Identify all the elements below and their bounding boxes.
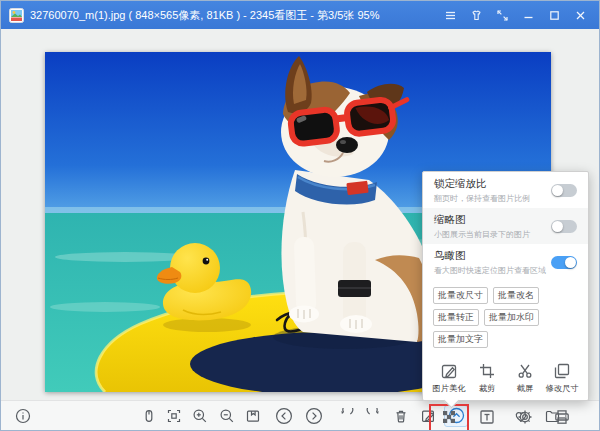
skin-icon[interactable]	[465, 5, 487, 25]
print-icon	[553, 408, 571, 426]
lock-zoom-desc: 翻页时，保持查看图片比例	[434, 193, 530, 204]
next-image-button[interactable]	[304, 406, 324, 426]
batch-addtext-button[interactable]: 批量加文字	[433, 331, 488, 348]
zoom-out-icon[interactable]	[217, 406, 237, 426]
thumbnail-toggle[interactable]	[551, 220, 577, 233]
rotate-left-icon[interactable]	[336, 406, 356, 426]
tool-label: 图片美化	[432, 383, 465, 395]
tool-beautify[interactable]: 图片美化	[431, 360, 467, 397]
resize-icon	[553, 362, 571, 380]
hand-tool-icon[interactable]	[139, 406, 159, 426]
beautify-icon	[440, 362, 458, 380]
fit-window-icon[interactable]	[164, 406, 184, 426]
info-icon[interactable]	[13, 406, 33, 426]
toggle-row-birdseye: 鸟瞰图 看大图时快速定位图片查看区域	[423, 244, 588, 280]
mosaic-icon	[440, 408, 458, 426]
tool-grid: 图片美化 裁剪 截屏 修改尺寸 马赛克 添加文字	[423, 352, 588, 431]
birdseye-label: 鸟瞰图	[434, 249, 546, 263]
maximize-button[interactable]	[543, 5, 565, 25]
minimize-button[interactable]	[517, 5, 539, 25]
tool-label: 修改尺寸	[545, 383, 578, 395]
birdseye-toggle[interactable]	[551, 256, 577, 269]
rotate-right-icon[interactable]	[364, 406, 384, 426]
app-window: 32760070_m(1).jpg ( 848×565像素, 81KB ) - …	[0, 0, 600, 431]
toggle-row-thumbnail: 缩略图 小图展示当前目录下的图片	[423, 208, 588, 244]
lock-zoom-label: 锁定缩放比	[434, 177, 530, 191]
batch-buttons: 批量改尺寸 批量改名 批量转正 批量加水印 批量加文字	[423, 280, 588, 352]
screenshot-icon	[516, 362, 534, 380]
tool-print[interactable]: 打印	[544, 406, 580, 431]
zoom-in-icon[interactable]	[190, 406, 210, 426]
tool-screenshot[interactable]: 截屏	[507, 360, 542, 397]
batch-rotate-button[interactable]: 批量转正	[433, 309, 479, 326]
crop-icon	[478, 362, 496, 380]
tool-add-text[interactable]: 添加文字	[469, 406, 505, 431]
menu-icon[interactable]	[439, 5, 461, 25]
window-title: 32760070_m(1).jpg ( 848×565像素, 81KB ) - …	[30, 8, 431, 23]
tool-label: 裁剪	[479, 383, 496, 395]
tool-resize[interactable]: 修改尺寸	[544, 360, 580, 397]
tool-settings[interactable]: 设置	[507, 406, 542, 431]
thumbnail-label: 缩略图	[434, 213, 530, 227]
add-text-icon	[478, 408, 496, 426]
tool-label: 截屏	[516, 383, 533, 395]
titlebar[interactable]: 32760070_m(1).jpg ( 848×565像素, 81KB ) - …	[1, 1, 599, 29]
settings-popup: 锁定缩放比 翻页时，保持查看图片比例 缩略图 小图展示当前目录下的图片 鸟瞰图 …	[422, 171, 589, 401]
prev-image-button[interactable]	[274, 406, 294, 426]
thumbnail-desc: 小图展示当前目录下的图片	[434, 229, 530, 240]
settings-icon	[516, 408, 534, 426]
window-controls	[439, 5, 591, 25]
fullscreen-icon[interactable]	[491, 5, 513, 25]
batch-rename-button[interactable]: 批量改名	[493, 287, 539, 304]
lock-zoom-toggle[interactable]	[551, 184, 577, 197]
actual-size-icon[interactable]	[243, 406, 263, 426]
app-logo-icon	[9, 8, 24, 23]
delete-icon[interactable]	[391, 406, 411, 426]
close-button[interactable]	[569, 5, 591, 25]
tool-crop[interactable]: 裁剪	[469, 360, 505, 397]
batch-watermark-button[interactable]: 批量加水印	[484, 309, 539, 326]
batch-resize-button[interactable]: 批量改尺寸	[433, 287, 488, 304]
tool-mosaic[interactable]: 马赛克	[431, 406, 467, 431]
birdseye-desc: 看大图时快速定位图片查看区域	[434, 265, 546, 276]
toggle-row-lock-zoom: 锁定缩放比 翻页时，保持查看图片比例	[423, 172, 588, 208]
